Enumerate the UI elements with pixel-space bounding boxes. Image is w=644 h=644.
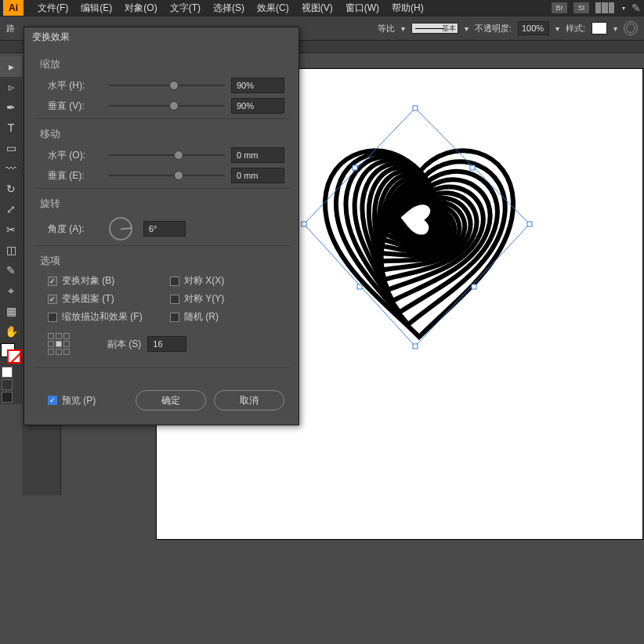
menu-window[interactable]: 窗口(W) bbox=[339, 2, 385, 15]
path-label: 路 bbox=[6, 23, 15, 34]
gradient-mode-icon[interactable] bbox=[2, 379, 13, 390]
fill-stroke-swatch[interactable] bbox=[1, 343, 21, 364]
opacity-label: 不透明度: bbox=[475, 23, 512, 34]
scale-strokes-checkbox[interactable]: 缩放描边和效果 (F) bbox=[48, 310, 162, 324]
document-setup-icon[interactable] bbox=[624, 21, 638, 35]
move-section-label: 移动 bbox=[40, 127, 284, 141]
rotate-tool[interactable]: ↻ bbox=[0, 179, 22, 199]
scale-h-label: 水平 (H): bbox=[48, 79, 103, 92]
transform-effect-dialog: 变换效果 缩放 水平 (H): 垂直 (V): 移动 水平 (O): 垂直 (E… bbox=[24, 27, 299, 425]
shape-builder-tool[interactable]: ◫ bbox=[0, 240, 22, 260]
proportion-label: 等比 bbox=[378, 23, 395, 34]
chevron-down-icon[interactable]: ▾ bbox=[555, 24, 559, 33]
search-icon[interactable]: ✎ bbox=[631, 2, 641, 14]
color-mode-icon[interactable] bbox=[2, 367, 13, 378]
preview-checkbox[interactable]: 预览 (P) bbox=[48, 394, 96, 407]
ok-button[interactable]: 确定 bbox=[136, 390, 206, 411]
menu-select[interactable]: 选择(S) bbox=[207, 2, 251, 15]
menu-file[interactable]: 文件(F) bbox=[31, 2, 74, 15]
width-tool[interactable]: ✂ bbox=[0, 219, 22, 240]
scale-v-label: 垂直 (V): bbox=[48, 99, 103, 113]
opacity-input[interactable] bbox=[518, 21, 549, 35]
angle-input[interactable] bbox=[143, 221, 186, 237]
move-v-input[interactable] bbox=[231, 168, 284, 183]
scale-h-input[interactable] bbox=[231, 78, 284, 93]
rotation-dial[interactable] bbox=[109, 217, 132, 241]
scale-section-label: 缩放 bbox=[40, 57, 284, 71]
none-mode-icon[interactable] bbox=[2, 392, 13, 403]
menu-object[interactable]: 对象(O) bbox=[118, 2, 163, 15]
copies-input[interactable] bbox=[147, 336, 186, 352]
direct-selection-tool[interactable]: ▹ bbox=[0, 77, 22, 97]
menu-type[interactable]: 文字(T) bbox=[164, 2, 207, 15]
menu-edit[interactable]: 编辑(E) bbox=[74, 2, 118, 15]
move-v-label: 垂直 (E): bbox=[48, 169, 103, 183]
symbol-sprayer-tool[interactable]: ⌖ bbox=[0, 280, 22, 301]
chevron-down-icon[interactable]: ▾ bbox=[613, 24, 617, 33]
copies-label: 副本 (S) bbox=[107, 338, 141, 351]
rectangle-tool[interactable]: ▭ bbox=[0, 138, 22, 158]
graphic-style-swatch[interactable] bbox=[592, 22, 607, 34]
app-logo-icon: Ai bbox=[3, 0, 24, 16]
stock-icon[interactable]: St bbox=[573, 2, 589, 13]
transform-objects-checkbox[interactable]: 变换对象 (B) bbox=[48, 274, 162, 288]
chevron-down-icon[interactable]: ▾ bbox=[622, 5, 625, 12]
menu-view[interactable]: 视图(V) bbox=[295, 2, 339, 15]
scale-v-slider[interactable] bbox=[109, 99, 225, 112]
selection-tool[interactable]: ▸ bbox=[0, 56, 22, 77]
scale-h-slider[interactable] bbox=[109, 79, 225, 92]
hand-tool[interactable]: ✋ bbox=[0, 321, 22, 342]
random-checkbox[interactable]: 随机 (R) bbox=[170, 310, 284, 324]
move-h-slider[interactable] bbox=[109, 149, 225, 161]
angle-label: 角度 (A): bbox=[48, 223, 103, 236]
move-h-label: 水平 (O): bbox=[48, 149, 103, 162]
chevron-down-icon[interactable]: ▾ bbox=[465, 24, 469, 33]
reflect-y-checkbox[interactable]: 对称 Y(Y) bbox=[170, 292, 284, 306]
chevron-down-icon[interactable]: ▾ bbox=[401, 24, 405, 33]
rotate-section-label: 旋转 bbox=[40, 197, 284, 211]
type-tool[interactable]: T bbox=[0, 118, 22, 138]
eyedropper-tool[interactable]: ✎ bbox=[0, 260, 22, 280]
menu-effect[interactable]: 效果(C) bbox=[251, 2, 295, 15]
app-menu-bar: Ai 文件(F) 编辑(E) 对象(O) 文字(T) 选择(S) 效果(C) 视… bbox=[0, 0, 644, 16]
scale-tool[interactable]: ⤢ bbox=[0, 199, 22, 219]
artboard-tool[interactable]: ▦ bbox=[0, 301, 22, 321]
menu-help[interactable]: 帮助(H) bbox=[385, 2, 430, 15]
dialog-title: 变换效果 bbox=[24, 27, 298, 46]
anchor-reference-grid[interactable] bbox=[48, 333, 70, 355]
tool-panel: ▸ ▹ ✒ T ▭ 〰 ↻ ⤢ ✂ ◫ ✎ ⌖ ▦ ✋ bbox=[0, 56, 22, 404]
paintbrush-tool[interactable]: 〰 bbox=[0, 158, 22, 179]
style-label: 样式: bbox=[566, 23, 585, 34]
stroke-profile-dropdown[interactable]: 基本 bbox=[411, 23, 458, 34]
move-v-slider[interactable] bbox=[109, 169, 225, 182]
reflect-x-checkbox[interactable]: 对称 X(X) bbox=[170, 274, 284, 288]
cancel-button[interactable]: 取消 bbox=[214, 390, 284, 411]
move-h-input[interactable] bbox=[231, 147, 284, 163]
transform-patterns-checkbox[interactable]: 变换图案 (T) bbox=[48, 292, 162, 306]
scale-v-input[interactable] bbox=[231, 98, 284, 114]
bridge-icon[interactable]: Br bbox=[552, 2, 567, 13]
workspace-layout-icon[interactable] bbox=[595, 2, 614, 13]
stroke-swatch[interactable] bbox=[7, 349, 21, 364]
options-section-label: 选项 bbox=[40, 254, 284, 268]
pen-tool[interactable]: ✒ bbox=[0, 97, 22, 118]
